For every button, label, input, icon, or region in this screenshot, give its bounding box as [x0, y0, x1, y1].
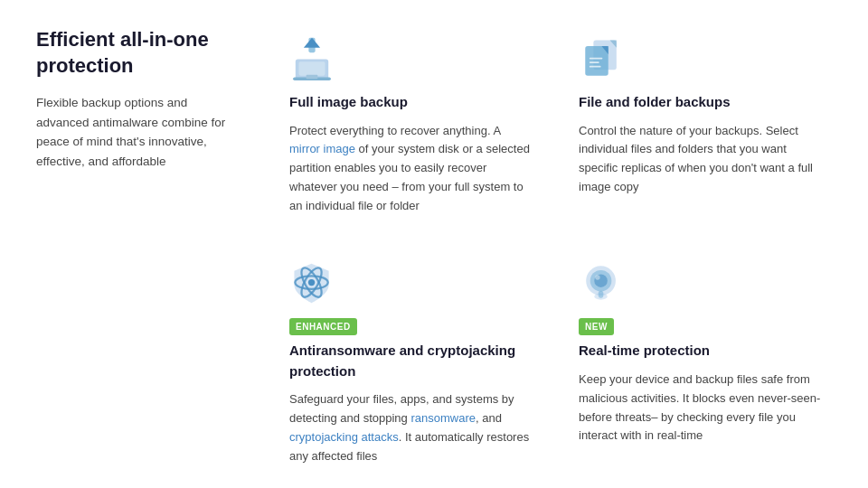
realtime-protection-icon — [579, 260, 624, 305]
file-folder-icon — [579, 36, 624, 81]
svg-rect-11 — [590, 61, 599, 63]
feature-description-2: Control the nature of your backups. Sele… — [579, 122, 823, 197]
enhanced-badge: ENHANCED — [289, 318, 357, 335]
svg-rect-22 — [599, 291, 603, 298]
antiransomware-icon — [289, 260, 335, 305]
feature-description: Protect everything to recover anything. … — [289, 122, 533, 216]
feature-icon-wrap-3 — [289, 251, 533, 305]
feature-description-3: Safeguard your files, apps, and systems … — [289, 390, 533, 465]
svg-rect-3 — [298, 61, 325, 75]
left-panel: Efficient all-in-one protection Flexible… — [36, 27, 253, 475]
feature-realtime-protection: NEW Real-time protection Keep your devic… — [570, 251, 832, 474]
svg-rect-8 — [585, 46, 608, 76]
feature-title-2: File and folder backups — [579, 92, 823, 113]
svg-point-16 — [308, 279, 315, 286]
svg-rect-10 — [590, 58, 603, 60]
feature-file-folder-backups: File and folder backups Control the natu… — [570, 27, 832, 224]
cryptojacking-link[interactable]: cryptojacking attacks — [289, 430, 399, 444]
main-title: Efficient all-in-one protection — [36, 27, 235, 79]
image-backup-icon — [289, 36, 335, 81]
feature-full-image-backup: Full image backup Protect everything to … — [280, 27, 542, 224]
ransomware-link[interactable]: ransomware — [410, 411, 476, 425]
feature-description-4: Keep your device and backup files safe f… — [579, 371, 823, 446]
new-badge: NEW — [579, 318, 614, 335]
mirror-image-link[interactable]: mirror image — [289, 142, 355, 155]
feature-title-4: Real-time protection — [579, 341, 823, 361]
feature-antiransomware: ENHANCED Antiransomware and cryptojackin… — [280, 251, 542, 474]
feature-icon-wrap — [289, 27, 533, 81]
svg-rect-12 — [590, 66, 601, 68]
feature-title: Full image backup — [289, 92, 533, 113]
svg-marker-1 — [304, 38, 320, 48]
feature-icon-wrap-2 — [579, 27, 823, 81]
main-description: Flexible backup options and advanced ant… — [36, 93, 235, 171]
svg-point-20 — [595, 276, 599, 280]
svg-rect-5 — [307, 75, 318, 80]
feature-icon-wrap-4 — [579, 251, 823, 305]
feature-title-3: Antiransomware and cryptojacking protect… — [289, 341, 533, 381]
